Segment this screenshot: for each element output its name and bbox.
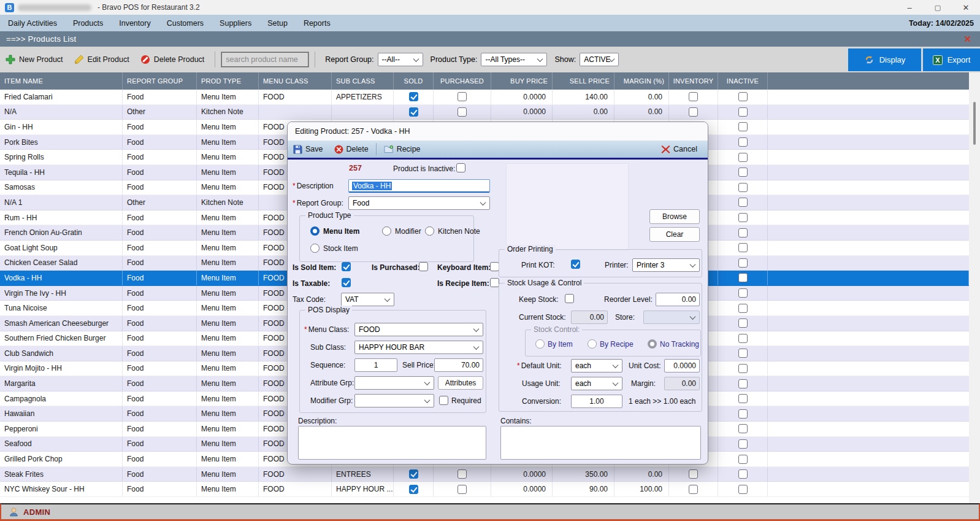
save-button[interactable]: Save [288, 141, 329, 158]
column-header-sold[interactable]: SOLD [394, 72, 434, 90]
table-row[interactable]: Fried CalamariFoodMenu ItemFOODAPPETIZER… [0, 90, 969, 105]
contains-textarea[interactable] [500, 426, 701, 460]
browse-button[interactable]: Browse [649, 209, 700, 224]
unit-cost-input[interactable]: 0.0000 [664, 359, 700, 372]
search-input[interactable] [221, 52, 308, 67]
report-group-select[interactable]: --All-- [378, 53, 423, 66]
inactive-checkbox[interactable] [738, 394, 748, 403]
inactive-checkbox[interactable] [738, 228, 748, 237]
product-inactive-checkbox[interactable] [456, 163, 465, 172]
required-checkbox[interactable] [439, 396, 448, 405]
column-header-report-group[interactable]: REPORT GROUP [123, 72, 197, 90]
export-button[interactable]: X Export [923, 48, 980, 71]
inventory-checkbox[interactable] [689, 469, 698, 479]
sold-checkbox[interactable] [409, 469, 418, 479]
delete-product-button[interactable]: Delete Product [135, 47, 210, 72]
inactive-checkbox[interactable] [738, 183, 748, 192]
attribute-grp-select[interactable] [354, 376, 434, 390]
recipe-button[interactable]: Recipe [378, 141, 426, 158]
column-header-prod-type[interactable]: PROD TYPE [197, 72, 259, 90]
inactive-checkbox[interactable] [738, 92, 748, 101]
sold-checkbox[interactable] [409, 485, 418, 494]
inactive-checkbox[interactable] [738, 318, 748, 328]
usage-unit-select[interactable]: each [571, 377, 622, 390]
is-recipe-checkbox[interactable] [490, 278, 499, 287]
conversion-input[interactable]: 1.00 [571, 395, 622, 408]
inactive-checkbox[interactable] [738, 485, 748, 494]
column-header-sell-price[interactable]: SELL PRICE [553, 72, 614, 90]
inventory-checkbox[interactable] [689, 485, 698, 494]
column-header-menu-class[interactable]: MENU CLASS [259, 72, 332, 90]
report-group-select[interactable]: Food [348, 196, 490, 210]
purchased-checkbox[interactable] [457, 485, 467, 494]
show-select[interactable]: ACTIVE [580, 53, 619, 66]
table-row[interactable]: N/AOtherKitchen Note0.00000.000.00 [0, 105, 969, 120]
print-kot-checkbox[interactable] [571, 260, 580, 269]
inactive-checkbox[interactable] [738, 455, 748, 464]
sub-class-select[interactable]: HAPPY HOUR BAR [354, 341, 483, 354]
modifier-grp-select[interactable] [354, 394, 434, 407]
radio-menu-item[interactable] [310, 226, 320, 236]
menu-item-setup[interactable]: Setup [259, 15, 296, 31]
table-row[interactable]: Steak FritesFoodMenu ItemFOODENTREES0.00… [0, 467, 969, 482]
purchased-checkbox[interactable] [457, 469, 467, 479]
minimize-button[interactable]: – [895, 0, 924, 15]
inactive-checkbox[interactable] [738, 243, 748, 252]
column-header-buy-price[interactable]: BUY PRICE [491, 72, 553, 90]
new-product-button[interactable]: New Product [0, 47, 69, 72]
inactive-checkbox[interactable] [738, 409, 748, 419]
menu-class-select[interactable]: FOOD [354, 323, 483, 336]
description-input[interactable]: Vodka - HH [348, 179, 490, 193]
edit-product-button[interactable]: Edit Product [69, 47, 135, 72]
menu-item-products[interactable]: Products [65, 15, 111, 31]
sold-checkbox[interactable] [409, 92, 418, 101]
purchased-checkbox[interactable] [457, 92, 467, 101]
inactive-checkbox[interactable] [738, 137, 748, 147]
printer-select[interactable]: Printer 3 [632, 258, 700, 272]
description-textarea[interactable] [298, 426, 486, 460]
dialog-titlebar[interactable]: Editing Product: 257 - Vodka - HH [288, 122, 708, 141]
column-header-sub-class[interactable]: SUB CLASS [332, 72, 394, 90]
inactive-checkbox[interactable] [738, 364, 748, 373]
column-header-inactive[interactable]: INACTIVE [718, 72, 768, 90]
column-header-purchased[interactable]: PURCHASED [434, 72, 491, 90]
sold-checkbox[interactable] [409, 107, 418, 117]
tax-code-select[interactable]: VAT [341, 293, 394, 306]
purchased-checkbox[interactable] [457, 107, 467, 117]
radio-kitchen-note[interactable] [425, 226, 434, 236]
inventory-checkbox[interactable] [689, 92, 698, 101]
delete-button[interactable]: Delete [329, 141, 374, 158]
inactive-checkbox[interactable] [738, 213, 748, 222]
inactive-checkbox[interactable] [738, 379, 748, 388]
inactive-checkbox[interactable] [738, 258, 748, 268]
sell-price-input[interactable]: 70.00 [434, 358, 483, 372]
default-unit-select[interactable]: each [571, 359, 622, 372]
inactive-checkbox[interactable] [738, 439, 748, 449]
inactive-checkbox[interactable] [738, 107, 748, 117]
cancel-button[interactable]: Cancel [656, 141, 703, 158]
inactive-checkbox[interactable] [738, 424, 748, 433]
table-row[interactable]: NYC Whiskey Sour - HHFoodMenu ItemFOODHA… [0, 482, 969, 497]
inactive-checkbox[interactable] [738, 288, 748, 298]
column-header-margin-[interactable]: MARGIN (%) [614, 72, 669, 90]
product-type-select[interactable]: --All Types-- [481, 53, 547, 66]
inactive-checkbox[interactable] [738, 168, 748, 177]
menu-item-suppliers[interactable]: Suppliers [212, 15, 259, 31]
inactive-checkbox[interactable] [738, 122, 748, 131]
display-button[interactable]: Display [848, 48, 921, 71]
clear-button[interactable]: Clear [649, 227, 700, 242]
maximize-button[interactable]: ▢ [924, 0, 952, 15]
attributes-button[interactable]: Attributes [438, 376, 483, 390]
inventory-checkbox[interactable] [689, 107, 698, 117]
column-header-inventory[interactable]: INVENTORY [669, 72, 718, 90]
sequence-input[interactable]: 1 [354, 358, 397, 372]
close-button[interactable]: ✕ [952, 0, 980, 15]
inactive-checkbox[interactable] [738, 198, 748, 207]
menu-item-inventory[interactable]: Inventory [111, 15, 158, 31]
radio-modifier[interactable] [382, 226, 391, 236]
menu-item-daily-activities[interactable]: Daily Activities [0, 15, 65, 31]
inactive-checkbox[interactable] [738, 273, 748, 282]
menu-item-reports[interactable]: Reports [296, 15, 339, 31]
inactive-checkbox[interactable] [738, 153, 748, 162]
page-close-icon[interactable]: ✕ [963, 34, 971, 44]
